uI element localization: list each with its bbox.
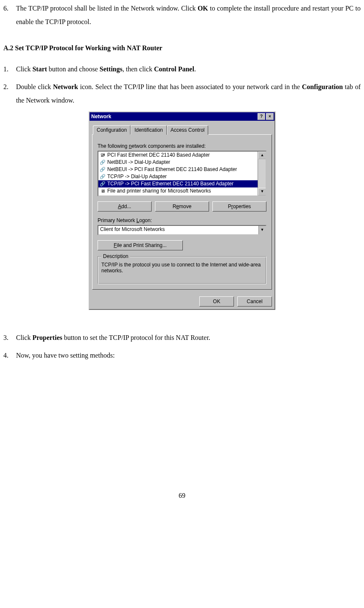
step-text: The TCP/IP protocol shall be listed in t… [16, 2, 361, 29]
dialog-title: Network [91, 114, 257, 119]
scroll-track[interactable] [258, 159, 266, 188]
protocol-icon: 🔗 [99, 174, 106, 179]
step-text: Click Properties button to set the TCP/I… [16, 331, 361, 345]
list-item[interactable]: 🔗TCP/IP -> Dial-Up Adapter [98, 173, 258, 180]
titlebar[interactable]: Network ? × [90, 112, 274, 121]
combo-value: Client for Microsoft Networks [98, 226, 258, 234]
list-item[interactable]: 🔗NetBEUI -> Dial-Up Adapter [98, 159, 258, 166]
help-button[interactable]: ? [258, 113, 265, 120]
description-text: TCP/IP is the protocol you use to connec… [101, 262, 263, 280]
tab-identification[interactable]: Identification [130, 125, 166, 135]
scrollbar[interactable]: ▲ ▼ [258, 152, 266, 195]
a2-step-3: 3. Click Properties button to set the TC… [3, 331, 361, 345]
step-number: 1. [3, 62, 16, 76]
scroll-up-icon[interactable]: ▲ [258, 152, 266, 159]
logon-label: Primary Network Logon: [98, 217, 266, 223]
dialog-footer: OK Cancel [90, 292, 274, 309]
chevron-down-icon[interactable]: ▼ [258, 226, 266, 234]
step-text: Click Start button and choose Settings, … [16, 62, 361, 76]
description-group: Description TCP/IP is the protocol you u… [98, 256, 266, 284]
tab-strip: Configuration Identification Access Cont… [93, 125, 272, 135]
step-text: Now, you have two setting methods: [16, 349, 361, 362]
section-heading-a2: A.2 Set TCP/IP Protocol for Working with… [3, 41, 361, 55]
a2-step-2: 2. Double click Network icon. Select the… [3, 80, 361, 107]
ok-button[interactable]: OK [199, 296, 234, 307]
protocol-icon: 🔗 [99, 159, 106, 165]
step-number: 4. [3, 349, 16, 362]
list-item[interactable]: 🔗NetBEUI -> PCI Fast Ethernet DEC 21140 … [98, 166, 258, 173]
step-text: Double click Network icon. Select the TC… [16, 80, 361, 107]
dialog-body: Configuration Identification Access Cont… [90, 121, 274, 292]
list-buttons: Add... Remove Properties [98, 201, 266, 212]
protocol-icon: 🔗 [99, 181, 106, 187]
properties-button[interactable]: Properties [212, 201, 266, 212]
step-6: 6. The TCP/IP protocol shall be listed i… [3, 2, 361, 29]
components-label: The following network components are ins… [98, 143, 266, 149]
group-label: Description [101, 253, 130, 259]
scroll-down-icon[interactable]: ▼ [258, 188, 266, 195]
components-listbox[interactable]: 🖳PCI Fast Ethernet DEC 21140 Based Adapt… [98, 151, 266, 196]
step-number: 3. [3, 331, 16, 345]
configuration-panel: The following network components are ins… [92, 134, 272, 290]
a2-step-1: 1. Click Start button and choose Setting… [3, 62, 361, 76]
page-number: 69 [3, 489, 361, 502]
tab-configuration[interactable]: Configuration [93, 125, 130, 135]
a2-step-4: 4. Now, you have two setting methods: [3, 349, 361, 362]
file-print-sharing-button[interactable]: File and Print Sharing... [98, 240, 183, 250]
adapter-icon: 🖳 [99, 152, 106, 158]
list-item-selected[interactable]: 🔗TCP/IP -> PCI Fast Ethernet DEC 21140 B… [98, 180, 258, 187]
close-button[interactable]: × [266, 113, 274, 120]
list-items: 🖳PCI Fast Ethernet DEC 21140 Based Adapt… [98, 152, 258, 195]
network-dialog: Network ? × Configuration Identification… [89, 111, 275, 310]
add-button[interactable]: Add... [98, 201, 152, 212]
tab-access-control[interactable]: Access Control [167, 125, 209, 135]
list-item[interactable]: 🖥File and printer sharing for Microsoft … [98, 187, 258, 195]
list-item[interactable]: 🖳PCI Fast Ethernet DEC 21140 Based Adapt… [98, 152, 258, 159]
cancel-button[interactable]: Cancel [237, 296, 272, 307]
step-number: 6. [3, 2, 16, 29]
service-icon: 🖥 [99, 188, 106, 194]
primary-logon-combo[interactable]: Client for Microsoft Networks ▼ [98, 225, 266, 235]
remove-button[interactable]: Remove [155, 201, 209, 212]
step-number: 2. [3, 80, 16, 107]
protocol-icon: 🔗 [99, 166, 106, 172]
